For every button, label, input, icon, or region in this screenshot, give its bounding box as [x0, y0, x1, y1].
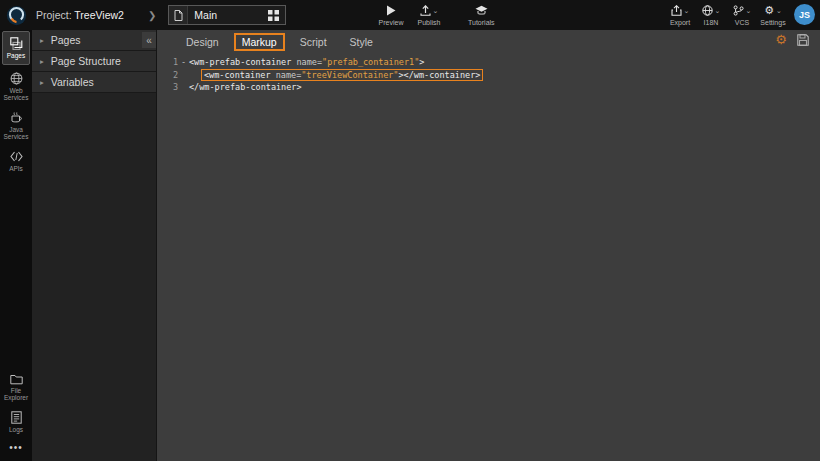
- tutorials-label: Tutorials: [468, 19, 495, 26]
- selected-element-highlight: <wm-container name="treeViewContainer"><…: [201, 69, 483, 81]
- left-rail: Pages Web Services Java Services APIs Fi…: [0, 30, 32, 461]
- apis-icon: [10, 150, 23, 163]
- code-line: 3 </wm-prefab-container>: [158, 81, 820, 94]
- sidebar-item-logs[interactable]: Logs: [0, 406, 32, 438]
- code-line-highlighted: 2 <wm-container name="treeViewContainer"…: [158, 69, 820, 82]
- editor-tab-bar: Design Markup Script Style ⚙: [158, 30, 820, 53]
- rail-label: File Explorer: [1, 387, 31, 402]
- more-options-icon[interactable]: •••: [0, 437, 32, 461]
- section-pages[interactable]: ▸ Pages «: [32, 30, 156, 51]
- code-token: <wm-prefab-container: [189, 57, 296, 67]
- rail-label: Web Services: [1, 87, 31, 102]
- sidebar-item-java-services[interactable]: Java Services: [0, 106, 32, 145]
- preview-label: Preview: [379, 19, 404, 26]
- pages-panel: ▸ Pages « ▸ Page Structure ▸ Variables: [32, 30, 157, 461]
- save-icon[interactable]: [797, 34, 809, 46]
- graduation-cap-icon: [475, 4, 488, 17]
- code-token: ></wm-container>: [398, 70, 480, 80]
- editor-area: Design Markup Script Style ⚙ 1 - <wm-pre…: [158, 30, 820, 461]
- editor-actions: ⚙: [775, 33, 809, 46]
- rail-spacer: [0, 176, 32, 368]
- logs-icon: [11, 411, 22, 424]
- collapse-panel-icon[interactable]: «: [142, 32, 156, 48]
- section-variables[interactable]: ▸ Variables: [32, 72, 156, 93]
- code-token: name=: [296, 57, 322, 67]
- branch-icon: [733, 5, 744, 16]
- section-label: Pages: [51, 34, 81, 46]
- sidebar-item-web-services[interactable]: Web Services: [0, 67, 32, 106]
- chevron-down-icon: ⌄: [433, 7, 439, 14]
- grid-icon[interactable]: [261, 6, 285, 24]
- top-bar: Project: TreeView2 ❯ Main Preview: [0, 0, 820, 30]
- settings-label: Settings: [760, 19, 785, 26]
- gear-icon: ⚙: [764, 5, 774, 16]
- code-token: >: [419, 57, 424, 67]
- java-services-icon: [10, 111, 23, 124]
- code-text: <wm-prefab-container name="prefab_contai…: [189, 57, 424, 67]
- code-token: <wm-container: [204, 70, 276, 80]
- user-avatar[interactable]: JS: [794, 4, 815, 25]
- vcs-label: VCS: [735, 19, 749, 26]
- project-breadcrumb: Project: TreeView2: [36, 9, 124, 21]
- play-icon: [386, 4, 396, 17]
- file-explorer-icon: [10, 373, 23, 385]
- topbar-right-actions: ⌄ Export ⌄ I18N: [666, 0, 787, 30]
- tab-design[interactable]: Design: [178, 33, 227, 51]
- export-icon: [671, 5, 682, 16]
- chevron-down-icon: ⌄: [715, 7, 721, 14]
- tab-script[interactable]: Script: [292, 33, 335, 51]
- code-token: "treeViewContainer": [301, 70, 398, 80]
- code-text: </wm-prefab-container>: [189, 82, 302, 92]
- fold-marker-icon[interactable]: -: [178, 57, 189, 67]
- project-name: TreeView2: [74, 9, 124, 21]
- preview-button[interactable]: Preview: [378, 0, 404, 26]
- i18n-button[interactable]: ⌄ I18N: [697, 0, 725, 30]
- section-page-structure[interactable]: ▸ Page Structure: [32, 51, 156, 72]
- chevron-right-icon: ❯: [148, 10, 156, 21]
- tab-markup[interactable]: Markup: [234, 33, 285, 51]
- line-number: 1: [158, 57, 178, 67]
- code-line: 1 - <wm-prefab-container name="prefab_co…: [158, 56, 820, 69]
- project-label: Project:: [36, 9, 72, 21]
- section-label: Page Structure: [51, 55, 121, 67]
- caret-right-icon: ▸: [40, 78, 44, 87]
- tab-style[interactable]: Style: [342, 33, 381, 51]
- rail-label: Logs: [9, 426, 23, 434]
- publish-label: Publish: [418, 19, 441, 26]
- sidebar-item-file-explorer[interactable]: File Explorer: [0, 368, 32, 406]
- i18n-label: I18N: [704, 19, 719, 26]
- settings-button[interactable]: ⚙ ⌄ Settings: [759, 0, 787, 30]
- caret-right-icon: ▸: [40, 36, 44, 45]
- topbar-center-actions: Preview ⌄ Publish Tutorial: [378, 0, 495, 30]
- web-services-icon: [10, 72, 23, 85]
- caret-right-icon: ▸: [40, 57, 44, 66]
- export-button[interactable]: ⌄ Export: [666, 0, 694, 30]
- line-number: 2: [158, 70, 178, 80]
- rail-label: APIs: [9, 165, 23, 173]
- pages-icon: [10, 37, 23, 50]
- sidebar-item-apis[interactable]: APIs: [0, 145, 32, 177]
- line-number: 3: [158, 82, 178, 92]
- markup-code-editor[interactable]: 1 - <wm-prefab-container name="prefab_co…: [158, 56, 820, 94]
- section-label: Variables: [51, 76, 94, 88]
- tutorials-button[interactable]: Tutorials: [468, 0, 495, 26]
- globe-icon: [702, 5, 713, 16]
- rail-label: Java Services: [1, 126, 31, 141]
- upload-icon: [420, 5, 431, 16]
- page-selector[interactable]: Main: [168, 5, 286, 25]
- publish-button[interactable]: ⌄ Publish: [416, 0, 442, 26]
- code-token: "prefab_container1": [322, 57, 419, 67]
- code-token: name=: [276, 70, 302, 80]
- gear-icon[interactable]: ⚙: [775, 33, 787, 46]
- sidebar-item-pages[interactable]: Pages: [2, 31, 30, 65]
- chevron-down-icon: ⌄: [684, 7, 690, 14]
- chevron-down-icon: ⌄: [746, 7, 752, 14]
- code-token: </wm-prefab-container>: [189, 82, 302, 92]
- chevron-down-icon: ⌄: [776, 7, 782, 14]
- vcs-button[interactable]: ⌄ VCS: [728, 0, 756, 30]
- rail-label: Pages: [7, 52, 25, 60]
- wavemaker-logo-icon[interactable]: [6, 5, 27, 26]
- page-icon: [169, 6, 188, 24]
- export-label: Export: [670, 19, 690, 26]
- page-selector-value: Main: [188, 9, 261, 21]
